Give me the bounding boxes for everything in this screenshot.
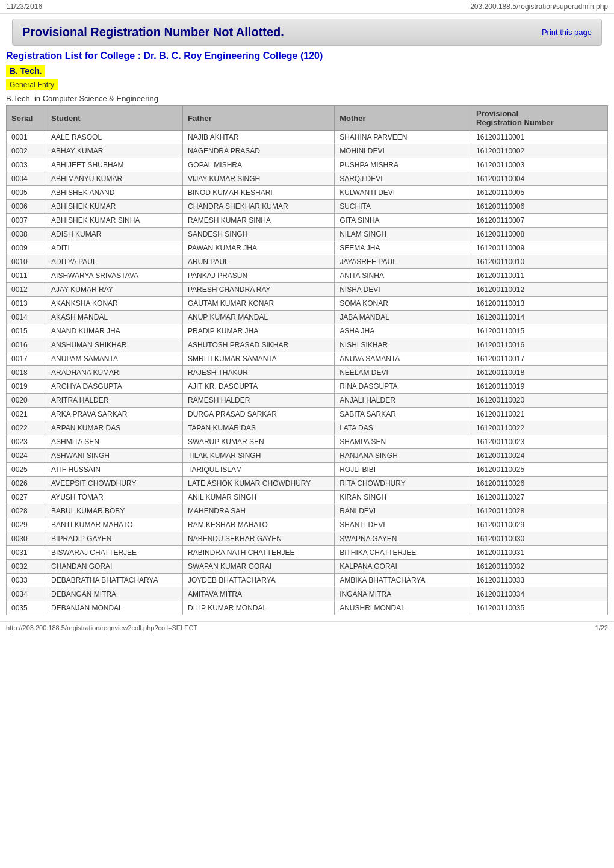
cell-serial: 0005 <box>7 186 46 200</box>
cell-father: GOPAL MISHRA <box>183 158 335 172</box>
footer-bar: http://203.200.188.5/registration/regnvi… <box>0 621 614 634</box>
cell-student: ASHMITA SEN <box>46 435 183 449</box>
cell-mother: ANITA SINHA <box>335 269 471 283</box>
table-row: 0012AJAY KUMAR RAYPARESH CHANDRA RAYNISH… <box>7 283 608 297</box>
cell-serial: 0028 <box>7 504 46 518</box>
cell-father: JOYDEB BHATTACHARYA <box>183 574 335 587</box>
cell-mother: MOHINI DEVI <box>335 144 471 158</box>
cell-reg: 161200110034 <box>471 587 608 601</box>
cell-reg: 161200110016 <box>471 338 608 352</box>
cell-student: ABHISHEK ANAND <box>46 186 183 200</box>
cell-father: ASHUTOSH PRASAD SIKHAR <box>183 338 335 352</box>
cell-reg: 161200110033 <box>471 574 608 587</box>
cell-student: ABHIJEET SHUBHAM <box>46 158 183 172</box>
cell-mother: NISHI SIKHAR <box>335 338 471 352</box>
cell-father: AMITAVA MITRA <box>183 587 335 601</box>
cell-father: RAM KESHAR MAHATO <box>183 518 335 532</box>
cell-serial: 0004 <box>7 172 46 186</box>
table-row: 0025ATIF HUSSAINTARIQUL ISLAMROJLI BIBI1… <box>7 463 608 477</box>
cell-serial: 0014 <box>7 311 46 324</box>
cell-student: AYUSH TOMAR <box>46 491 183 504</box>
cell-mother: ANJALI HALDER <box>335 394 471 408</box>
cell-student: DEBABRATHA BHATTACHARYA <box>46 574 183 587</box>
cell-mother: KULWANTI DEVI <box>335 186 471 200</box>
cell-mother: PUSHPA MISHRA <box>335 158 471 172</box>
cell-reg: 161200110010 <box>471 255 608 269</box>
cell-student: ANSHUMAN SHIKHAR <box>46 338 183 352</box>
col-header-father: Father <box>183 106 335 131</box>
cell-reg: 161200110009 <box>471 241 608 255</box>
table-row: 0001AALE RASOOLNAJIB AKHTARSHAHINA PARVE… <box>7 131 608 144</box>
cell-reg: 161200110014 <box>471 311 608 324</box>
table-row: 0006ABHISHEK KUMARCHANDRA SHEKHAR KUMARS… <box>7 200 608 214</box>
footer-page: 1/22 <box>595 624 608 631</box>
print-link[interactable]: Print this page <box>542 28 592 37</box>
table-row: 0023ASHMITA SENSWARUP KUMAR SENSHAMPA SE… <box>7 435 608 449</box>
cell-student: ARITRA HALDER <box>46 394 183 408</box>
cell-reg: 161200110020 <box>471 394 608 408</box>
cell-reg: 161200110035 <box>471 601 608 615</box>
cell-reg: 161200110025 <box>471 463 608 477</box>
cell-mother: SEEMA JHA <box>335 241 471 255</box>
cell-serial: 0002 <box>7 144 46 158</box>
cell-father: TARIQUL ISLAM <box>183 463 335 477</box>
cell-father: PAWAN KUMAR JHA <box>183 241 335 255</box>
cell-reg: 161200110006 <box>471 200 608 214</box>
cell-father: NAJIB AKHTAR <box>183 131 335 144</box>
cell-student: AALE RASOOL <box>46 131 183 144</box>
cell-reg: 161200110027 <box>471 491 608 504</box>
cell-student: AKANKSHA KONAR <box>46 297 183 311</box>
cell-student: ADITI <box>46 241 183 255</box>
cell-student: BABUL KUMAR BOBY <box>46 504 183 518</box>
cell-mother: ASHA JHA <box>335 324 471 338</box>
cell-father: CHANDRA SHEKHAR KUMAR <box>183 200 335 214</box>
cell-student: ADISH KUMAR <box>46 228 183 241</box>
cell-mother: KIRAN SINGH <box>335 491 471 504</box>
cell-serial: 0009 <box>7 241 46 255</box>
table-row: 0016ANSHUMAN SHIKHARASHUTOSH PRASAD SIKH… <box>7 338 608 352</box>
cell-student: ABHISHEK KUMAR <box>46 200 183 214</box>
cell-mother: ROJLI BIBI <box>335 463 471 477</box>
cell-father: PANKAJ PRASUN <box>183 269 335 283</box>
cell-serial: 0017 <box>7 352 46 366</box>
cell-serial: 0022 <box>7 421 46 435</box>
cell-serial: 0031 <box>7 546 46 560</box>
cell-mother: RITA CHOWDHURY <box>335 477 471 491</box>
cell-serial: 0008 <box>7 228 46 241</box>
footer-url: http://203.200.188.5/registration/regnvi… <box>6 624 197 631</box>
cell-mother: NEELAM DEVI <box>335 366 471 380</box>
cell-father: MAHENDRA SAH <box>183 504 335 518</box>
cell-serial: 0035 <box>7 601 46 615</box>
college-name: Dr. B. C. Roy Engineering College (120) <box>143 51 323 61</box>
col-header-serial: Serial <box>7 106 46 131</box>
cell-mother: RANJANA SINGH <box>335 449 471 463</box>
cell-serial: 0034 <box>7 587 46 601</box>
cell-student: ARPAN KUMAR DAS <box>46 421 183 435</box>
cell-serial: 0019 <box>7 380 46 394</box>
cell-mother: JAYASREE PAUL <box>335 255 471 269</box>
cell-student: DEBANJAN MONDAL <box>46 601 183 615</box>
cell-student: AJAY KUMAR RAY <box>46 283 183 297</box>
cell-serial: 0013 <box>7 297 46 311</box>
registration-heading: Registration List for College : Dr. B. C… <box>6 51 608 61</box>
cell-reg: 161200110003 <box>471 158 608 172</box>
table-row: 0033DEBABRATHA BHATTACHARYAJOYDEB BHATTA… <box>7 574 608 587</box>
cell-father: RAMESH HALDER <box>183 394 335 408</box>
top-bar: 11/23/2016 203.200.188.5/registration/su… <box>0 0 614 14</box>
url-label: 203.200.188.5/registration/superadmin.ph… <box>470 2 608 11</box>
cell-reg: 161200110026 <box>471 477 608 491</box>
cell-father: DURGA PRASAD SARKAR <box>183 408 335 421</box>
cell-student: AISHWARYA SRIVASTAVA <box>46 269 183 283</box>
cell-student: ABHAY KUMAR <box>46 144 183 158</box>
cell-reg: 161200110023 <box>471 435 608 449</box>
col-header-mother: Mother <box>335 106 471 131</box>
cell-student: ABHISHEK KUMAR SINHA <box>46 214 183 228</box>
table-row: 0034DEBANGAN MITRAAMITAVA MITRAINGANA MI… <box>7 587 608 601</box>
cell-reg: 161200110018 <box>471 366 608 380</box>
cell-mother: ANUSHRI MONDAL <box>335 601 471 615</box>
cell-reg: 161200110029 <box>471 518 608 532</box>
cell-father: ANIL KUMAR SINGH <box>183 491 335 504</box>
table-row: 0005ABHISHEK ANANDBINOD KUMAR KESHARIKUL… <box>7 186 608 200</box>
cell-mother: SOMA KONAR <box>335 297 471 311</box>
table-row: 0018ARADHANA KUMARIRAJESH THAKURNEELAM D… <box>7 366 608 380</box>
